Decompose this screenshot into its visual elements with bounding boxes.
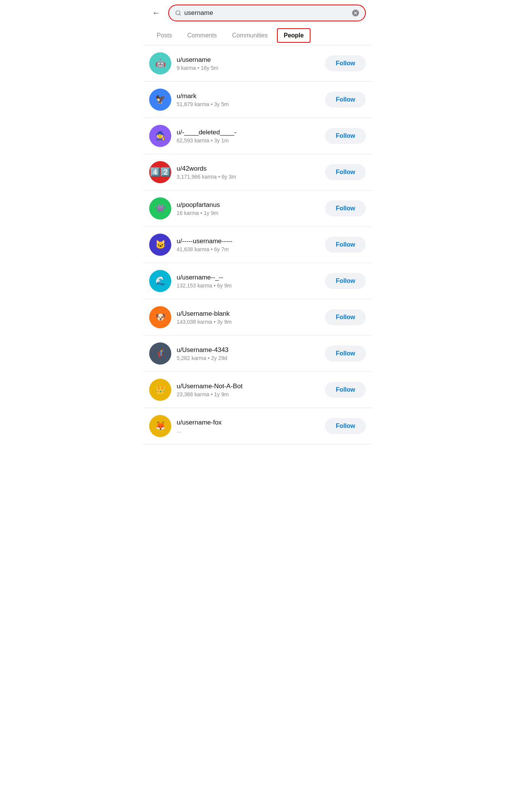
follow-button[interactable]: Follow — [325, 200, 366, 216]
avatar: 🤖 — [149, 52, 171, 74]
clear-search-button[interactable] — [352, 10, 359, 16]
avatar: 👑 — [149, 379, 171, 401]
avatar: 🌊 — [149, 270, 171, 292]
follow-button[interactable]: Follow — [325, 273, 366, 289]
user-info: u/-____deleted____- 62,593 karma • 3y 1m — [177, 129, 320, 144]
tab-comments[interactable]: Comments — [180, 26, 224, 45]
tab-communities[interactable]: Communities — [224, 26, 275, 45]
username-label: u/mark — [177, 92, 320, 100]
username-label: u/username-fox — [177, 419, 320, 426]
list-item: 🦅 u/mark 51,879 karma • 3y 5m Follow — [143, 82, 372, 118]
avatar: 👾 — [149, 197, 171, 220]
avatar: 🐶 — [149, 306, 171, 328]
follow-button[interactable]: Follow — [325, 92, 366, 108]
list-item: 🦸 u/Username-4343 5,282 karma • 2y 29d F… — [143, 336, 372, 372]
username-label: u/poopfartanus — [177, 201, 320, 209]
username-label: u/42words — [177, 165, 320, 173]
list-item: 👑 u/Username-Not-A-Bot 23,368 karma • 1y… — [143, 372, 372, 408]
back-button[interactable]: ← — [149, 5, 164, 21]
karma-age-label: ... — [177, 428, 320, 434]
tab-people[interactable]: People — [277, 28, 311, 43]
list-item: 🧙 u/-____deleted____- 62,593 karma • 3y … — [143, 118, 372, 154]
user-info: u/-----username----- 41,638 karma • 6y 7… — [177, 237, 320, 252]
karma-age-label: 23,368 karma • 1y 9m — [177, 391, 320, 397]
username-label: u/Username-4343 — [177, 346, 320, 354]
avatar: 🦅 — [149, 89, 171, 111]
karma-age-label: 143,038 karma • 3y 9m — [177, 319, 320, 325]
karma-age-label: 9 karma • 16y 5m — [177, 65, 320, 71]
avatar: 4️⃣2️⃣ — [149, 161, 171, 183]
user-info: u/username-fox ... — [177, 419, 320, 434]
list-item: 👾 u/poopfartanus 16 karma • 1y 9m Follow — [143, 190, 372, 227]
user-info: u/Username-4343 5,282 karma • 2y 29d — [177, 346, 320, 361]
svg-line-1 — [179, 14, 180, 15]
karma-age-label: 3,171,966 karma • 6y 3m — [177, 174, 320, 180]
tab-posts[interactable]: Posts — [149, 26, 180, 45]
back-arrow-icon: ← — [152, 8, 161, 18]
user-info: u/poopfartanus 16 karma • 1y 9m — [177, 201, 320, 216]
follow-button[interactable]: Follow — [325, 55, 366, 71]
search-bar — [168, 5, 366, 21]
karma-age-label: 51,879 karma • 3y 5m — [177, 101, 320, 107]
follow-button[interactable]: Follow — [325, 418, 366, 434]
list-item: 🐶 u/Username-blank 143,038 karma • 3y 9m… — [143, 299, 372, 336]
list-item: 🦊 u/username-fox ... Follow — [143, 408, 372, 444]
username-label: u/-----username----- — [177, 237, 320, 245]
follow-button[interactable]: Follow — [325, 309, 366, 325]
follow-button[interactable]: Follow — [325, 164, 366, 180]
avatar: 🧙 — [149, 125, 171, 147]
avatar: 🐱 — [149, 234, 171, 256]
list-item: 🌊 u/username--_-- 132,153 karma • 6y 9m … — [143, 263, 372, 299]
avatar: 🦊 — [149, 415, 171, 437]
karma-age-label: 16 karma • 1y 9m — [177, 210, 320, 216]
follow-button[interactable]: Follow — [325, 128, 366, 144]
header: ← — [143, 0, 372, 26]
username-label: u/Username-blank — [177, 310, 320, 318]
user-info: u/Username-blank 143,038 karma • 3y 9m — [177, 310, 320, 325]
user-info: u/mark 51,879 karma • 3y 5m — [177, 92, 320, 107]
avatar: 🦸 — [149, 342, 171, 365]
user-info: u/42words 3,171,966 karma • 6y 3m — [177, 165, 320, 180]
follow-button[interactable]: Follow — [325, 345, 366, 362]
search-icon — [175, 10, 181, 16]
karma-age-label: 132,153 karma • 6y 9m — [177, 283, 320, 289]
username-label: u/-____deleted____- — [177, 129, 320, 136]
follow-button[interactable]: Follow — [325, 382, 366, 398]
username-label: u/username--_-- — [177, 274, 320, 281]
follow-button[interactable]: Follow — [325, 237, 366, 253]
karma-age-label: 41,638 karma • 6y 7m — [177, 246, 320, 252]
user-info: u/username--_-- 132,153 karma • 6y 9m — [177, 274, 320, 289]
list-item: 🤖 u/username 9 karma • 16y 5m Follow — [143, 45, 372, 82]
user-info: u/username 9 karma • 16y 5m — [177, 56, 320, 71]
karma-age-label: 62,593 karma • 3y 1m — [177, 137, 320, 144]
username-label: u/Username-Not-A-Bot — [177, 383, 320, 390]
tabs-bar: Posts Comments Communities People — [143, 26, 372, 45]
user-info: u/Username-Not-A-Bot 23,368 karma • 1y 9… — [177, 383, 320, 397]
username-label: u/username — [177, 56, 320, 64]
list-item: 4️⃣2️⃣ u/42words 3,171,966 karma • 6y 3m… — [143, 154, 372, 190]
list-item: 🐱 u/-----username----- 41,638 karma • 6y… — [143, 227, 372, 263]
user-list: 🤖 u/username 9 karma • 16y 5m Follow 🦅 u… — [143, 45, 372, 444]
karma-age-label: 5,282 karma • 2y 29d — [177, 355, 320, 361]
search-input[interactable] — [184, 9, 349, 17]
